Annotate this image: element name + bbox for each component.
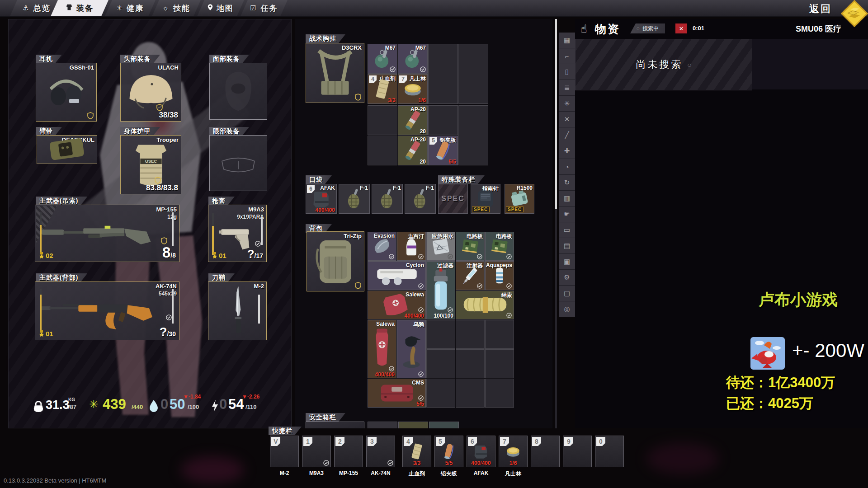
gold-currency-icon[interactable] <box>841 0 868 29</box>
helmet-slot[interactable]: ULACH 38/38 <box>120 63 181 122</box>
bp-cell-empty[interactable] <box>485 379 514 408</box>
bp-cell-libatin[interactable]: 力百汀 <box>397 232 426 261</box>
primary-sling-slot[interactable]: MP-155 12g 8/8 02 <box>35 205 179 262</box>
unsearched-box[interactable]: 尚未搜索 ◌ <box>575 39 752 90</box>
pocket-cell-f1-1[interactable]: F-1 <box>339 184 370 214</box>
quickbar-slot-v[interactable]: V <box>270 436 299 467</box>
quickbar-slot-8[interactable]: 8 <box>531 436 560 467</box>
cancel-search-button[interactable]: ✕ <box>675 23 687 33</box>
rig-cell-empty[interactable] <box>368 105 397 135</box>
bp-cell-cms[interactable]: CMS 5/5 <box>368 379 426 408</box>
rig-cell-m67-1[interactable]: M67 <box>368 44 397 74</box>
scrollbar-thumb[interactable] <box>555 19 557 209</box>
backpack-slot[interactable]: Tri-Zip <box>307 231 364 291</box>
primary-back-slot[interactable]: AK-74N 545x39 ?/30 01 <box>35 282 179 340</box>
pocket-cell-f1-3[interactable]: F-1 <box>405 184 436 214</box>
headset-slot[interactable]: GSSh-01 <box>36 63 97 122</box>
bp-cell-syringe[interactable]: 注射器 <box>456 261 485 290</box>
filter-barter[interactable]: ☛ <box>559 206 575 222</box>
quickbar-slot-2[interactable]: 2 <box>334 436 363 467</box>
scrollbar-track[interactable] <box>555 19 557 428</box>
bp-cell-empty[interactable] <box>456 379 485 408</box>
rig-cell-empty[interactable] <box>368 136 397 165</box>
tab-skills[interactable]: ☼ 技能 <box>152 0 201 16</box>
tab-tasks[interactable]: ☑ 任务 <box>241 0 288 16</box>
eyewear-slot[interactable] <box>209 135 267 191</box>
bp-cell-salewa-tall[interactable]: Salewa 400/400 <box>368 320 396 378</box>
special-cell-compass[interactable]: 指南针 SPEC <box>471 184 500 214</box>
secure-slot[interactable] <box>306 422 364 428</box>
special-cell-empty[interactable]: SPEC <box>438 184 468 214</box>
bp-cell-pcb-2[interactable]: 电路板 <box>485 232 514 261</box>
filter-special[interactable]: ▢ <box>559 286 575 301</box>
bp-cell-cyclon[interactable]: Cyclon <box>368 261 426 290</box>
bp-cell-rope[interactable]: 绳索 <box>456 291 514 319</box>
bp-cell-emergency-water[interactable]: 应急用水 <box>426 232 455 261</box>
bp-cell-empty[interactable] <box>485 320 514 349</box>
quickbar-slot-0[interactable]: 0 <box>595 436 624 467</box>
filter-weapons[interactable]: ⌐ <box>559 48 575 64</box>
rig-cell-empty[interactable] <box>428 44 458 104</box>
bp-cell-crow[interactable]: 乌鸦 <box>397 320 426 378</box>
rig-cell-empty[interactable] <box>428 105 458 135</box>
tab-map[interactable]: 地图 <box>197 0 244 16</box>
secure-cell-clipped[interactable] <box>429 422 459 428</box>
rig-cell-vaseline[interactable]: 7 凡士林 1/6 <box>398 74 428 104</box>
rig-cell-empty[interactable] <box>458 105 488 165</box>
quickbar-slot-1[interactable]: 1 <box>302 436 331 467</box>
holster-slot[interactable]: M9A3 9x19PARA ?/17 01 <box>208 205 267 262</box>
filter-medical[interactable]: ✳ <box>559 96 575 112</box>
filter-ammo[interactable]: ≣ <box>559 80 575 96</box>
back-button[interactable]: 返回 <box>809 2 832 16</box>
tab-health[interactable]: ✳ 健康 <box>105 0 156 16</box>
bp-cell-empty[interactable] <box>426 349 455 378</box>
scabbard-slot[interactable]: M-2 <box>208 282 267 340</box>
filter-mods[interactable]: ▤ <box>559 238 575 254</box>
filter-melee[interactable]: ╱ <box>559 127 575 143</box>
rig-cell-hemostat[interactable]: 4 止血剂 3/3 <box>368 74 397 104</box>
armband-slot[interactable]: DEADSKUL <box>37 135 97 164</box>
rig-cell-m67-2[interactable]: M67 <box>398 44 428 74</box>
filter-rigs[interactable]: ▥ <box>559 191 575 206</box>
bp-cell-empty[interactable] <box>485 349 514 378</box>
pocket-cell-afak[interactable]: 6 AFAK 400/400 <box>306 184 337 214</box>
pocket-cell-f1-2[interactable]: F-1 <box>372 184 403 214</box>
quickbar-slot-9[interactable]: 9 <box>563 436 592 467</box>
filter-grenades[interactable]: ◔ <box>559 159 575 175</box>
body-armor-slot[interactable]: Trooper USEC 83.8/83.8 <box>120 135 181 194</box>
bp-cell-empty[interactable] <box>456 320 485 349</box>
quickbar-slot-7[interactable]: 7 1/6 <box>499 436 528 467</box>
minigame-plane-icon[interactable] <box>750 337 785 371</box>
filter-containers[interactable]: ▭ <box>559 222 575 238</box>
rig-cell-empty[interactable] <box>458 44 488 104</box>
filter-magazines[interactable]: ▯ <box>559 64 575 80</box>
filter-keys[interactable]: ⚙ <box>559 270 575 286</box>
rig-slot[interactable]: D3CRX <box>306 43 364 103</box>
bp-cell-filter[interactable]: 过滤器 100/100 <box>426 261 455 319</box>
bp-cell-empty[interactable] <box>456 349 485 378</box>
secure-cell-clipped[interactable] <box>398 422 428 428</box>
bp-cell-pcb-1[interactable]: 电路板 <box>456 232 485 261</box>
tab-gear[interactable]: 装备 <box>51 0 108 16</box>
quickbar-slot-4[interactable]: 4 3/3 <box>402 436 431 467</box>
bp-cell-empty[interactable] <box>426 379 455 408</box>
quickbar-slot-5[interactable]: 5 5/5 <box>434 436 463 467</box>
rig-cell-ap20-2[interactable]: AP-20 20 <box>398 136 428 165</box>
special-cell-r1500[interactable]: R1500 SPEC <box>505 184 534 214</box>
bp-cell-evasion[interactable]: Evasion <box>368 232 396 261</box>
filter-repair[interactable]: ↻ <box>559 175 575 191</box>
bp-cell-aquapeps[interactable]: Aquapeps <box>485 261 514 290</box>
quickbar-slot-3[interactable]: 3 <box>366 436 395 467</box>
bp-cell-salewa-wide[interactable]: Salewa 400/400 <box>368 291 426 319</box>
face-cover-slot[interactable] <box>209 63 267 120</box>
filter-examined[interactable]: ◎ <box>559 301 575 317</box>
rig-cell-ap20-1[interactable]: AP-20 20 <box>398 105 428 135</box>
filter-info[interactable]: ▣ <box>559 254 575 270</box>
filter-armor[interactable]: ✚ <box>559 143 575 159</box>
secure-cell-clipped[interactable] <box>368 422 397 428</box>
rig-cell-splint[interactable]: 5 铝夹板 5/5 <box>428 136 458 165</box>
quickbar-slot-6[interactable]: 6 400/400 <box>467 436 495 467</box>
bp-cell-empty[interactable] <box>426 320 455 349</box>
filter-food[interactable]: ✕ <box>559 112 575 127</box>
filter-all[interactable]: ▦ <box>559 33 575 48</box>
